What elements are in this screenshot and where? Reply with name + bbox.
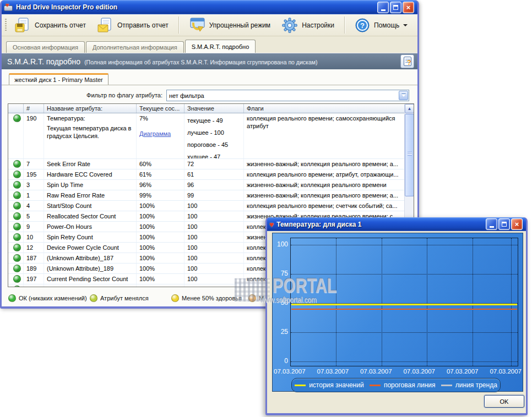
toolbar-separator [344,17,345,34]
maximize-icon [502,222,507,227]
chart-titlebar[interactable]: ♥ Температура: для диска 1 × [267,217,526,231]
doc-question-icon: ? [404,57,411,66]
status-ok-icon [13,286,21,287]
chart-close-button[interactable]: × [511,218,523,230]
close-button[interactable]: × [403,2,414,13]
diagram-link[interactable]: Диаграмма [139,130,171,137]
v-gridline [336,238,336,366]
chevron-down-icon [401,94,406,99]
cell-name: Температура: Текущая температура диска в… [44,113,137,158]
status-ok-icon [13,202,21,210]
cell-current: 100% [137,264,184,273]
save-report-button[interactable]: Сохранить отчет [9,17,91,34]
cell-flags: коллекция реального времени; счетчик соб… [244,201,404,211]
status-ok-icon [13,171,21,178]
legend-item-changed: Атрибут менялся [90,294,149,302]
help-dropdown-caret [403,24,408,29]
status-ok-icon [13,114,21,122]
header-num[interactable]: # [24,104,44,113]
chart-minimize-button[interactable] [486,218,497,230]
chart-legend-item: линия тренда [441,381,497,389]
table-row[interactable]: 195 Hardware ECC Covered 61% 61 коллекци… [8,169,414,180]
x-tick-label: 07.03.2007 [490,368,522,375]
history-line [291,304,517,305]
legend-item-warning: М [248,294,264,302]
table-row[interactable]: 1 Raw Read Error Rate 99% 99 жизненно-ва… [8,190,414,201]
tab-additional-info[interactable]: Дополнительная информация [86,41,184,53]
cell-num: 9 [24,222,44,232]
simple-mode-icon [189,18,205,33]
maximize-button[interactable] [390,2,401,13]
y-tick-label: 75 [281,268,288,278]
v-gridline [427,238,427,366]
section-title: S.M.A.R.T. подробно [7,57,80,66]
legend-item-ok: ОК (никаких изменений) [8,294,87,302]
table-row[interactable]: 7 Seek Error Rate 60% 72 жизненно-важный… [8,159,414,169]
cell-flags: коллекция реального времени; самосохраня… [244,113,404,158]
app-icon: ♥ [4,3,13,12]
cell-values: текущее - 49лучшее - 100пороговое - 45ху… [184,113,244,158]
toolbar-gripper[interactable] [5,19,7,31]
filter-combobox[interactable]: нет фильтра [166,90,409,101]
chart-legend-label: история значений [309,381,363,389]
header-current[interactable]: Текущее сос...△ [137,104,184,113]
gear-icon [281,17,298,34]
table-row[interactable]: 4 Start/Stop Count 100% 100 коллекция ре… [8,201,414,211]
settings-button[interactable]: Настройки [276,16,339,35]
y-tick-label: 0 [284,356,288,366]
minimize-button[interactable] [377,2,389,13]
minimize-icon [381,9,386,11]
cell-value: 100 [184,284,244,287]
status-ok-icon [13,254,21,262]
status-ok-icon [13,181,21,189]
header-flags[interactable]: Флаги [244,104,404,113]
cell-flags: коллекция реального времени; атрибут, от… [244,169,404,179]
main-titlebar[interactable]: ♥ Hard Drive Inspector Pro edition × [2,0,417,14]
cell-current: 99% [137,190,184,200]
cell-current: 100% [137,232,184,242]
chart-legend-item: пороговая линия [370,381,436,389]
tab-main-info[interactable]: Основная информация [6,41,85,53]
cell-value: 100 [184,232,244,242]
section-subtitle: (Полная информация об атрибутах S.M.A.R.… [84,58,317,65]
ok-button[interactable]: OK [484,395,524,408]
cell-name: Spin Retry Count [44,232,137,242]
cell-description: Текущая температура диска в градусах Цел… [47,122,136,140]
cell-num: 1 [24,190,44,200]
section-help-button[interactable]: ? [400,54,414,68]
send-report-label: Отправить отчет [117,21,169,29]
header-value[interactable]: Значение [184,104,244,113]
cell-value: 100 [184,243,244,253]
filter-value: нет фильтра [169,92,204,99]
tab-smart-details[interactable]: S.M.A.R.T. подробно [185,40,256,53]
cell-name: Hardware ECC Covered [44,169,137,179]
legend-dash-icon [370,385,381,386]
temperature-heart-icon: ♥ [269,221,274,228]
send-report-button[interactable]: Отправить отчет [92,17,173,34]
scrollbar-thumb[interactable] [405,114,414,196]
settings-label: Настройки [302,21,334,29]
scroll-up-button[interactable]: ▲ [405,104,414,113]
header-status[interactable] [8,104,24,113]
status-ok-icon [13,275,21,283]
table-row-temperature[interactable]: 190 Температура: Текущая температура дис… [8,113,414,159]
chart-maximize-button[interactable] [498,218,510,230]
cell-current: 60% [137,159,184,169]
chart-legend-label: линия тренда [455,381,497,389]
header-name[interactable]: Название атрибута: [44,104,137,113]
green-ball-icon [8,294,16,302]
help-label: Помощь [374,21,399,29]
cell-current: 7% Диаграмма [137,113,184,158]
table-row[interactable]: 3 Spin Up Time 96% 96 жизненно-важный; к… [8,180,414,190]
value-line: текущее - 49 [187,117,223,124]
save-report-icon [14,18,31,33]
simple-mode-button[interactable]: Упрощенный режим [184,17,275,34]
combo-dropdown-button[interactable] [399,91,408,100]
help-button[interactable]: ? Помощь [350,17,412,34]
disk-tab[interactable]: жесткий диск 1 - Primary Master [9,73,108,85]
toolbar: Сохранить отчет Отправить отчет Упрощенн… [2,14,417,36]
chart-client-area: 1007550250 07.03.200707.03.200707.03.200… [267,231,526,413]
save-report-label: Сохранить отчет [35,21,86,29]
help-icon: ? [355,18,370,33]
y-tick-label: 50 [281,298,288,308]
